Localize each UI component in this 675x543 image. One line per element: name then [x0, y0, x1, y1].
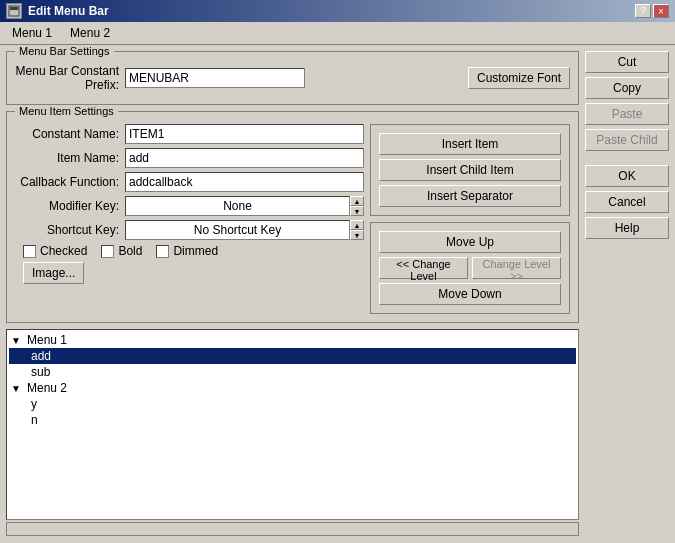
- customize-font-button[interactable]: Customize Font: [468, 67, 570, 89]
- svg-rect-1: [10, 7, 18, 10]
- menu-item-1[interactable]: Menu 1: [4, 24, 60, 42]
- constant-prefix-label: Menu Bar Constant Prefix:: [15, 64, 125, 92]
- cut-button[interactable]: Cut: [585, 51, 669, 73]
- expand-icon: ▼: [11, 383, 25, 394]
- item-name-input[interactable]: [125, 148, 364, 168]
- app-icon: [6, 3, 22, 19]
- modifier-key-down[interactable]: ▼: [350, 206, 364, 216]
- insert-panel: Insert Item Insert Child Item Insert Sep…: [370, 124, 570, 216]
- bold-checkbox-label[interactable]: Bold: [101, 244, 142, 258]
- constant-prefix-input[interactable]: [125, 68, 305, 88]
- menu-bar-settings-label: Menu Bar Settings: [15, 45, 114, 57]
- tree-item-label: Menu 2: [27, 381, 67, 395]
- window-title: Edit Menu Bar: [28, 4, 109, 18]
- horizontal-scrollbar[interactable]: [6, 522, 579, 536]
- ok-button[interactable]: OK: [585, 165, 669, 187]
- shortcut-key-up[interactable]: ▲: [350, 220, 364, 230]
- shortcut-key-input[interactable]: [125, 220, 350, 240]
- change-level-left-button[interactable]: << Change Level: [379, 257, 468, 279]
- callback-function-input[interactable]: [125, 172, 364, 192]
- insert-separator-button[interactable]: Insert Separator: [379, 185, 561, 207]
- paste-child-button[interactable]: Paste Child: [585, 129, 669, 151]
- dimmed-label: Dimmed: [173, 244, 218, 258]
- dimmed-checkbox-label[interactable]: Dimmed: [156, 244, 218, 258]
- tree-item-menu2[interactable]: ▼Menu 2: [9, 380, 576, 396]
- menu-bar: Menu 1 Menu 2: [0, 22, 675, 45]
- modifier-key-up[interactable]: ▲: [350, 196, 364, 206]
- menu-bar-settings-group: Menu Bar Settings Menu Bar Constant Pref…: [6, 51, 579, 105]
- tree-item-n[interactable]: n: [9, 412, 576, 428]
- constant-name-input[interactable]: [125, 124, 364, 144]
- insert-child-item-button[interactable]: Insert Child Item: [379, 159, 561, 181]
- copy-button[interactable]: Copy: [585, 77, 669, 99]
- tree-item-label: n: [31, 413, 38, 427]
- tree-item-sub[interactable]: sub: [9, 364, 576, 380]
- move-down-button[interactable]: Move Down: [379, 283, 561, 305]
- image-button[interactable]: Image...: [23, 262, 84, 284]
- cancel-button[interactable]: Cancel: [585, 191, 669, 213]
- tree-item-menu1[interactable]: ▼Menu 1: [9, 332, 576, 348]
- checked-checkbox-label[interactable]: Checked: [23, 244, 87, 258]
- tree-item-label: add: [31, 349, 51, 363]
- dimmed-checkbox[interactable]: [156, 245, 169, 258]
- tree-item-label: Menu 1: [27, 333, 67, 347]
- menu-item-2[interactable]: Menu 2: [62, 24, 118, 42]
- item-name-label: Item Name:: [15, 151, 125, 165]
- right-button-panel: Cut Copy Paste Paste Child OK Cancel Hel…: [585, 51, 669, 536]
- move-up-button[interactable]: Move Up: [379, 231, 561, 253]
- shortcut-key-down[interactable]: ▼: [350, 230, 364, 240]
- checked-checkbox[interactable]: [23, 245, 36, 258]
- move-panel: Move Up << Change Level Change Level >> …: [370, 222, 570, 314]
- callback-function-label: Callback Function:: [15, 175, 125, 189]
- expand-icon: ▼: [11, 335, 25, 346]
- menu-item-settings-group: Menu Item Settings Constant Name: Item N…: [6, 111, 579, 323]
- bold-checkbox[interactable]: [101, 245, 114, 258]
- checked-label: Checked: [40, 244, 87, 258]
- tree-item-y[interactable]: y: [9, 396, 576, 412]
- tree-item-label: sub: [31, 365, 50, 379]
- constant-name-label: Constant Name:: [15, 127, 125, 141]
- tree-view[interactable]: ▼Menu 1addsub▼Menu 2yn: [6, 329, 579, 520]
- help-title-button[interactable]: ?: [635, 4, 651, 18]
- paste-button[interactable]: Paste: [585, 103, 669, 125]
- menu-item-settings-label: Menu Item Settings: [15, 105, 118, 117]
- close-button[interactable]: ×: [653, 4, 669, 18]
- modifier-key-label: Modifier Key:: [15, 199, 125, 213]
- tree-item-label: y: [31, 397, 37, 411]
- tree-item-add[interactable]: add: [9, 348, 576, 364]
- shortcut-key-label: Shortcut Key:: [15, 223, 125, 237]
- bold-label: Bold: [118, 244, 142, 258]
- insert-item-button[interactable]: Insert Item: [379, 133, 561, 155]
- modifier-key-input[interactable]: [125, 196, 350, 216]
- help-button[interactable]: Help: [585, 217, 669, 239]
- title-bar: Edit Menu Bar ? ×: [0, 0, 675, 22]
- change-level-right-button[interactable]: Change Level >>: [472, 257, 561, 279]
